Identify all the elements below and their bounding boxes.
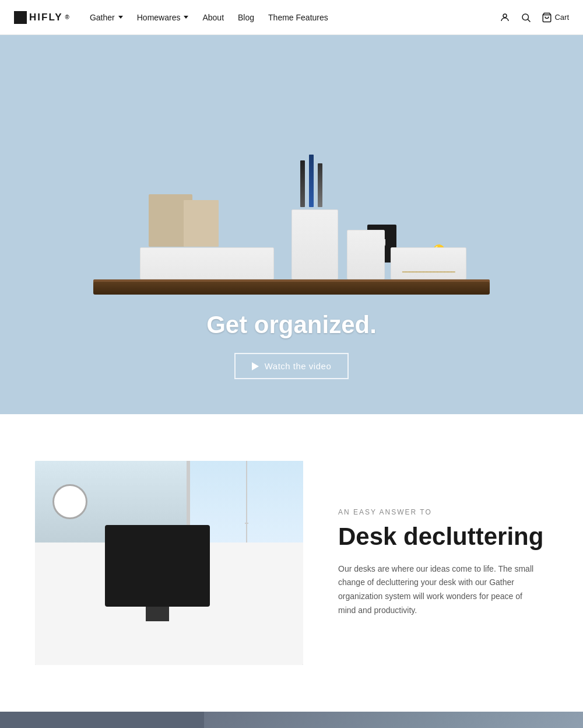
search-button[interactable] xyxy=(521,12,531,23)
desk-text: AN EASY ANSWER TO Desk decluttering Our … xyxy=(338,508,548,617)
desk-clock xyxy=(52,484,87,519)
hero-image-area: U 🔑 ━━━━━━━━━━━━━━━ xyxy=(0,35,583,344)
svg-point-1 xyxy=(522,14,529,20)
compartment-tall xyxy=(292,209,338,279)
paperclips-object: ━━━━━━━━━━━━━━━ xyxy=(394,268,463,276)
section-eyebrow: AN EASY ANSWER TO xyxy=(338,508,548,516)
chevron-down-icon xyxy=(118,16,123,19)
hero-content: Get organized. Watch the video xyxy=(206,311,377,379)
nav-item-theme-features[interactable]: Theme Features xyxy=(262,9,334,26)
brand-name: HIFLY xyxy=(29,12,63,23)
desk-image xyxy=(35,461,303,665)
brand-reg: ® xyxy=(65,14,70,20)
cart-button[interactable]: Cart xyxy=(542,12,569,23)
search-icon xyxy=(521,12,531,23)
desk-section: AN EASY ANSWER TO Desk decluttering Our … xyxy=(0,414,583,712)
pen-object-3 xyxy=(318,163,322,207)
svg-point-0 xyxy=(503,14,507,18)
watch-video-button[interactable]: Watch the video xyxy=(234,353,349,379)
pen-object-2 xyxy=(309,155,314,207)
compartment-long xyxy=(140,247,274,279)
nav-links: Gather Homewares About Blog xyxy=(84,9,334,26)
hero-section: U 🔑 ━━━━━━━━━━━━━━━ Get organized. Watch… xyxy=(0,35,583,414)
card-object xyxy=(184,200,219,247)
nav-item-gather[interactable]: Gather xyxy=(84,9,129,26)
nav-link-theme-features[interactable]: Theme Features xyxy=(262,9,334,26)
nav-item-blog[interactable]: Blog xyxy=(232,9,260,26)
desk-monitor xyxy=(105,525,210,607)
hero-title: Get organized. xyxy=(206,311,377,339)
nav-link-gather[interactable]: Gather xyxy=(84,9,129,26)
play-icon xyxy=(252,362,259,370)
logo[interactable]: HIFLY® xyxy=(14,11,70,24)
nav-link-homewares[interactable]: Homewares xyxy=(131,9,195,26)
organizer-illustration: U 🔑 ━━━━━━━━━━━━━━━ xyxy=(82,102,501,295)
logo-box xyxy=(14,11,27,24)
navbar-right: Cart xyxy=(500,12,569,23)
chevron-down-icon xyxy=(184,16,188,19)
navbar: HIFLY® Gather Homewares About xyxy=(0,0,583,35)
everything-bg-shape xyxy=(204,712,583,728)
compartment-mid xyxy=(347,230,385,279)
svg-line-2 xyxy=(528,19,531,22)
person-icon xyxy=(500,12,510,23)
navbar-left: HIFLY® Gather Homewares About xyxy=(14,9,334,26)
section-title: Desk decluttering xyxy=(338,523,548,550)
nav-link-about[interactable]: About xyxy=(196,9,230,26)
nav-link-blog[interactable]: Blog xyxy=(232,9,260,26)
everything-section: Everything xyxy=(0,712,583,728)
nav-item-about[interactable]: About xyxy=(196,9,230,26)
tray-base xyxy=(93,282,490,295)
nav-item-homewares[interactable]: Homewares xyxy=(131,9,195,26)
account-button[interactable] xyxy=(500,12,510,23)
cart-label: Cart xyxy=(554,13,569,22)
section-body: Our desks are where our ideas come to li… xyxy=(338,562,536,618)
watch-video-label: Watch the video xyxy=(265,361,332,371)
pen-object-1 xyxy=(300,160,305,207)
cart-icon xyxy=(542,12,552,23)
